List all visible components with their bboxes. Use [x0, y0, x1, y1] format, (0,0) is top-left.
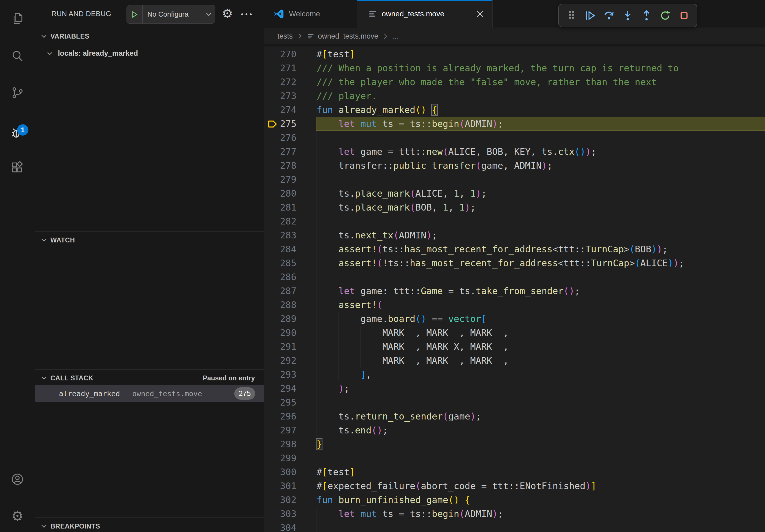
step-over-icon[interactable] — [603, 9, 615, 22]
code-line-text[interactable]: ts.place_mark(ALICE, 1, 1); — [317, 186, 487, 200]
code-line[interactable]: 271/// When a position is already marked… — [264, 61, 765, 75]
code-line-text[interactable]: let mut ts = ts::begin(ADMIN); — [317, 117, 503, 131]
line-number[interactable]: 279 — [275, 172, 297, 186]
code-line-text[interactable]: fun already_marked() { — [317, 103, 437, 117]
breadcrumb-item-tests[interactable]: tests — [278, 32, 293, 40]
code-line[interactable]: 300#[test] — [264, 465, 765, 479]
line-number[interactable]: 278 — [275, 158, 297, 172]
line-number[interactable]: 299 — [275, 451, 297, 465]
code-line[interactable]: 286 — [264, 270, 765, 284]
code-line[interactable]: 272/// the player who made the "false" m… — [264, 75, 765, 89]
explorer-icon[interactable] — [11, 12, 24, 25]
account-icon[interactable] — [11, 472, 24, 486]
line-number[interactable]: 288 — [275, 298, 297, 312]
code-line-text[interactable]: ts.next_tx(ADMIN); — [317, 228, 437, 242]
code-line-text[interactable]: let game = ttt::new(ALICE, BOB, KEY, ts.… — [317, 145, 596, 158]
line-number[interactable]: 282 — [275, 214, 297, 228]
code-line-text[interactable]: /// player. — [317, 89, 377, 103]
line-number[interactable]: 276 — [275, 131, 297, 145]
section-breakpoints[interactable]: BREAKPOINTS — [35, 519, 264, 532]
line-number[interactable]: 296 — [275, 409, 297, 423]
stop-icon[interactable] — [678, 9, 690, 22]
code-line[interactable]: 291 MARK__, MARK_X, MARK__, — [264, 340, 765, 354]
code-line[interactable]: 270#[test] — [264, 47, 765, 61]
code-line-text[interactable]: assert!( — [317, 298, 382, 312]
code-line[interactable]: 293 ], — [264, 368, 765, 382]
line-number[interactable]: 273 — [275, 89, 297, 103]
code-line[interactable]: 288 assert!( — [264, 298, 765, 312]
section-call-stack[interactable]: CALL STACK Paused on entry — [35, 371, 264, 386]
breadcrumb-item-file[interactable]: owned_tests.move — [318, 32, 378, 40]
line-number[interactable]: 291 — [275, 340, 297, 354]
code-line-text[interactable]: let mut ts = ts::begin(ADMIN); — [317, 507, 503, 521]
code-line-text[interactable]: #[test] — [317, 465, 355, 479]
code-line-text[interactable]: ts.return_to_sender(game); — [317, 409, 481, 423]
code-line-text[interactable]: MARK__, MARK_X, MARK__, — [317, 340, 508, 354]
line-number[interactable]: 301 — [275, 479, 297, 493]
line-number[interactable]: 293 — [275, 368, 297, 382]
code-line[interactable]: 289 game.board() == vector[ — [264, 312, 765, 326]
line-number[interactable]: 303 — [275, 507, 297, 521]
line-number[interactable]: 284 — [275, 242, 297, 256]
code-line[interactable]: 292 MARK__, MARK__, MARK__, — [264, 354, 765, 368]
start-debugging-icon[interactable] — [127, 5, 143, 23]
extensions-icon[interactable] — [11, 161, 24, 174]
code-line[interactable]: 303 let mut ts = ts::begin(ADMIN); — [264, 507, 765, 521]
code-line[interactable]: 296 ts.return_to_sender(game); — [264, 409, 765, 423]
code-line[interactable]: 290 MARK__, MARK__, MARK__, — [264, 326, 765, 340]
code-line-text[interactable]: ); — [317, 382, 350, 396]
code-line[interactable]: 284 assert!(ts::has_most_recent_for_addr… — [264, 242, 765, 256]
line-number[interactable]: 300 — [275, 465, 297, 479]
code-line[interactable]: 301#[expected_failure(abort_code = ttt::… — [264, 479, 765, 493]
line-number[interactable]: 294 — [275, 382, 297, 396]
line-number[interactable]: 283 — [275, 228, 297, 242]
code-line[interactable]: 278 transfer::public_transfer(game, ADMI… — [264, 158, 765, 172]
code-line[interactable]: 281 ts.place_mark(BOB, 1, 1); — [264, 200, 765, 214]
line-number[interactable]: 289 — [275, 312, 297, 326]
line-number[interactable]: 280 — [275, 186, 297, 200]
settings-gear-icon[interactable]: ⚙ — [0, 509, 35, 523]
line-number[interactable]: 304 — [275, 521, 297, 532]
code-line-text[interactable]: ts.end(); — [317, 423, 388, 437]
code-line[interactable]: 279 — [264, 172, 765, 186]
code-line[interactable]: 285 assert!(!ts::has_most_recent_for_add… — [264, 256, 765, 270]
variables-scope-row[interactable]: locals: already_marked — [35, 46, 264, 61]
line-number[interactable]: 290 — [275, 326, 297, 340]
code-line-text[interactable]: assert!(!ts::has_most_recent_for_address… — [317, 256, 684, 270]
line-number[interactable]: 287 — [275, 284, 297, 298]
code-line[interactable]: 282 — [264, 214, 765, 228]
line-number[interactable]: 295 — [275, 396, 297, 409]
code-line[interactable]: 274fun already_marked() { — [264, 103, 765, 117]
code-line[interactable]: 302fun burn_unfinished_game() { — [264, 493, 765, 507]
code-line-text[interactable]: game.board() == vector[ — [317, 312, 487, 326]
code-line-text[interactable]: ts.place_mark(BOB, 1, 1); — [317, 200, 476, 214]
search-icon[interactable] — [11, 49, 24, 63]
code-line-text[interactable]: assert!(ts::has_most_recent_for_address<… — [317, 242, 668, 256]
section-variables[interactable]: VARIABLES — [35, 29, 264, 44]
call-stack-frame-row[interactable]: already_marked owned_tests.move 275 — [35, 385, 264, 402]
toolbar-gripper[interactable] — [565, 9, 578, 22]
code-line-text[interactable]: let game: ttt::Game = ts.take_from_sende… — [317, 284, 580, 298]
code-line[interactable]: 273/// player. — [264, 89, 765, 103]
code-line[interactable]: 276 — [264, 131, 765, 145]
debug-config-dropdown[interactable]: No Configura — [127, 5, 215, 24]
line-number[interactable]: 297 — [275, 423, 297, 437]
code-line-text[interactable]: MARK__, MARK__, MARK__, — [317, 354, 508, 368]
code-line[interactable]: 287 let game: ttt::Game = ts.take_from_s… — [264, 284, 765, 298]
line-number[interactable]: 275 — [275, 117, 297, 131]
code-line-text[interactable]: fun burn_unfinished_game() { — [317, 493, 470, 507]
code-line-text[interactable]: transfer::public_transfer(game, ADMIN); — [317, 158, 552, 172]
section-watch[interactable]: WATCH — [35, 232, 264, 247]
code-area[interactable]: 270#[test]271/// When a position is alre… — [264, 45, 765, 532]
line-number[interactable]: 292 — [275, 354, 297, 368]
code-line-text[interactable]: /// When a position is already marked, t… — [317, 61, 679, 75]
code-line[interactable]: 295 — [264, 396, 765, 409]
code-line[interactable]: 304 — [264, 521, 765, 532]
continue-icon[interactable] — [584, 9, 596, 22]
code-line[interactable]: 283 ts.next_tx(ADMIN); — [264, 228, 765, 242]
breadcrumb-item-symbol[interactable]: ... — [393, 32, 399, 40]
line-number[interactable]: 277 — [275, 145, 297, 158]
line-number[interactable]: 271 — [275, 61, 297, 75]
line-number[interactable]: 274 — [275, 103, 297, 117]
code-line[interactable]: 294 ); — [264, 382, 765, 396]
